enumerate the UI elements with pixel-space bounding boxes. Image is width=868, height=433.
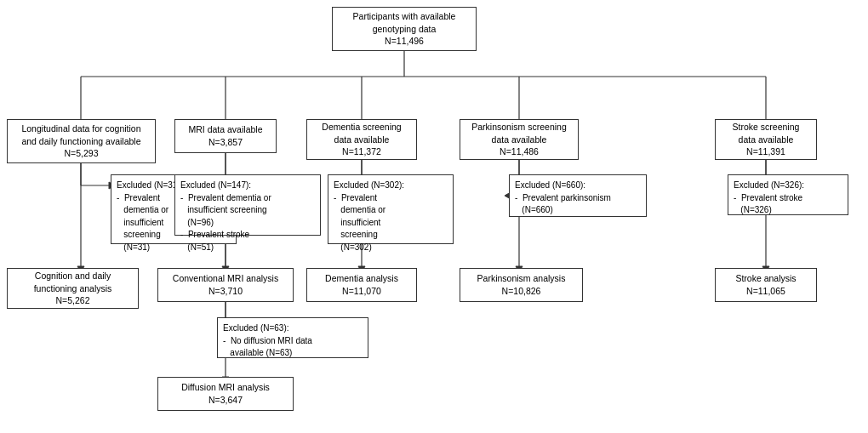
dementia-analysis-box: Dementia analysisN=11,070: [306, 268, 417, 302]
diffusion-mri-label: Diffusion MRI analysisN=3,647: [181, 381, 270, 406]
excl-longitudinal-label: Excluded (N=31):- Prevalent dementia or …: [117, 180, 183, 252]
conv-mri-box: Conventional MRI analysisN=3,710: [157, 268, 294, 302]
parkinsonism-analysis-label: Parkinsonism analysisN=10,826: [477, 272, 566, 297]
excl-stroke-box: Excluded (N=326):- Prevalent stroke (N=3…: [728, 174, 848, 215]
dementia-screen-label: Dementia screeningdata availableN=11,372: [322, 121, 401, 158]
excl-dementia-box: Excluded (N=302):- Prevalent dementia or…: [328, 174, 454, 244]
stroke-analysis-label: Stroke analysisN=11,065: [735, 272, 796, 297]
excl-mri-box: Excluded (N=147):- Prevalent dementia or…: [174, 174, 321, 236]
stroke-screen-box: Stroke screeningdata availableN=11,391: [715, 119, 817, 160]
participants-label: Participants with availablegenotyping da…: [353, 10, 456, 48]
parkinsonism-screen-label: Parkinsonism screeningdata availableN=11…: [471, 121, 566, 158]
dementia-screen-box: Dementia screeningdata availableN=11,372: [306, 119, 417, 160]
participants-box: Participants with availablegenotyping da…: [332, 7, 477, 51]
cognition-analysis-box: Cognition and dailyfunctioning analysisN…: [7, 268, 139, 309]
excl-stroke-label: Excluded (N=326):- Prevalent stroke (N=3…: [734, 180, 804, 214]
stroke-analysis-box: Stroke analysisN=11,065: [715, 268, 817, 302]
excl-diffusion-label: Excluded (N=63):- No diffusion MRI data …: [223, 323, 312, 357]
flowchart: Participants with availablegenotyping da…: [0, 0, 868, 433]
parkinsonism-analysis-box: Parkinsonism analysisN=10,826: [460, 268, 583, 302]
conv-mri-label: Conventional MRI analysisN=3,710: [173, 272, 278, 297]
parkinsonism-screen-box: Parkinsonism screeningdata availableN=11…: [460, 119, 579, 160]
longitudinal-box: Longitudinal data for cognitionand daily…: [7, 119, 156, 163]
excl-parkinsonism-label: Excluded (N=660):- Prevalent parkinsonis…: [515, 180, 611, 214]
excl-diffusion-box: Excluded (N=63):- No diffusion MRI data …: [217, 317, 368, 358]
stroke-screen-label: Stroke screeningdata availableN=11,391: [733, 121, 800, 158]
dementia-analysis-label: Dementia analysisN=11,070: [325, 272, 398, 297]
mri-label: MRI data availableN=3,857: [189, 123, 263, 148]
longitudinal-label: Longitudinal data for cognitionand daily…: [21, 122, 140, 160]
excl-parkinsonism-box: Excluded (N=660):- Prevalent parkinsonis…: [509, 174, 647, 217]
mri-box: MRI data availableN=3,857: [174, 119, 277, 153]
excl-dementia-label: Excluded (N=302):- Prevalent dementia or…: [334, 180, 404, 252]
cognition-analysis-label: Cognition and dailyfunctioning analysisN…: [34, 270, 112, 307]
diffusion-mri-box: Diffusion MRI analysisN=3,647: [157, 377, 294, 411]
